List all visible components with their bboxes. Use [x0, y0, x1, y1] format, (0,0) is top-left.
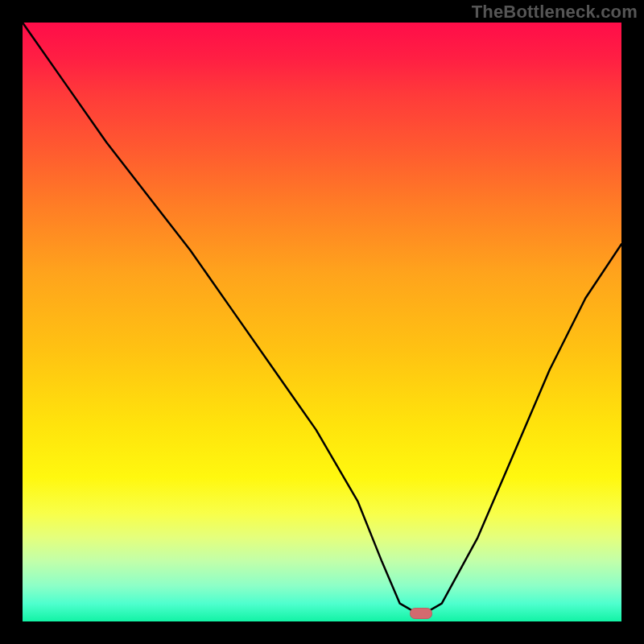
chart-frame: TheBottleneck.com: [0, 0, 644, 644]
watermark-text: TheBottleneck.com: [472, 2, 638, 23]
plot-area: [23, 23, 621, 621]
optimal-point-marker: [410, 608, 432, 619]
bottleneck-curve: [23, 23, 621, 621]
curve-path: [23, 23, 621, 616]
